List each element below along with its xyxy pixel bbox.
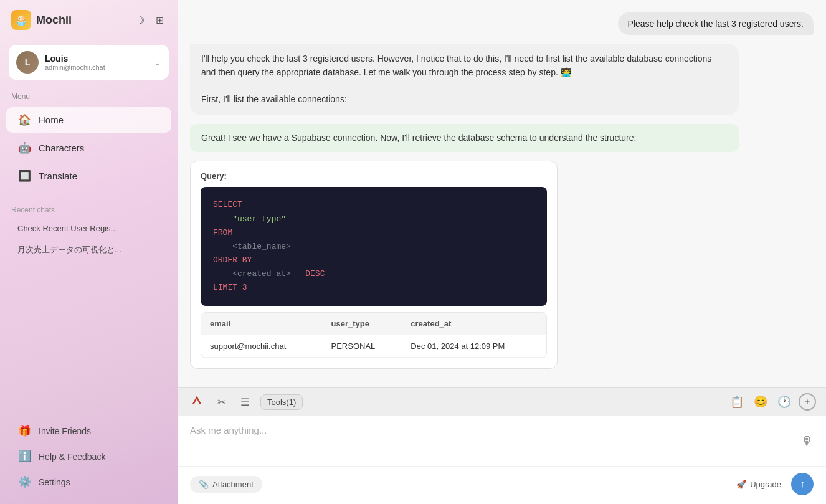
menu-label: Menu [0, 90, 178, 106]
sidebar-item-settings[interactable]: ⚙️ Settings [6, 470, 171, 494]
ai-response-text-3: Great! I see we have a Supabase connecti… [201, 133, 636, 143]
cell-user-type: PERSONAL [322, 335, 402, 358]
result-table: email user_type created_at support@mochi… [201, 312, 547, 358]
col-header-email: email [201, 313, 322, 335]
scissors-button[interactable]: ✂ [214, 394, 229, 411]
user-name: Louis [45, 54, 105, 64]
upgrade-label: Upgrade [750, 480, 781, 489]
cell-email: support@mochii.chat [201, 335, 322, 358]
sidebar-item-invite[interactable]: 🎁 Invite Friends [6, 419, 171, 443]
list-button[interactable]: ☰ [237, 394, 253, 411]
ai-response-text-2: First, I'll list the available connectio… [201, 94, 347, 104]
col-header-created-at: created_at [402, 313, 546, 335]
ai-response-text-1: I'll help you check the last 3 registere… [201, 54, 711, 77]
toolbar-left: ✂ ☰ Tools(1) [188, 392, 303, 411]
ai-message-1: I'll help you check the last 3 registere… [190, 44, 739, 115]
input-toolbar: ✂ ☰ Tools(1) 📋 😊 🕐 ＋ [178, 387, 826, 416]
theme-toggle-button[interactable]: ☽ [133, 12, 147, 29]
input-area[interactable]: Ask me anything... 🎙 [178, 416, 826, 466]
help-label: Help & Feedback [39, 452, 105, 462]
characters-icon: 🤖 [17, 141, 31, 155]
right-actions: 🚀 Upgrade ↑ [736, 473, 814, 495]
code-block: SELECT "user_type" FROM <table_name> ORD… [201, 187, 547, 306]
main-content: Please help check the last 3 registered … [178, 0, 826, 504]
query-label: Query: [201, 171, 547, 181]
toolbar-right: 📋 😊 🕐 ＋ [728, 392, 816, 411]
history-button[interactable]: 🕐 [775, 392, 794, 411]
sidebar-item-translate[interactable]: 🔲 Translate [6, 163, 171, 189]
attachment-button[interactable]: 📎 Attachment [190, 476, 262, 493]
sidebar-item-help[interactable]: ℹ️ Help & Feedback [6, 444, 171, 468]
user-email: admin@mochii.chat [45, 64, 105, 71]
sidebar-header: 🧁 Mochii ☽ ⊞ [0, 0, 178, 40]
query-container: Query: SELECT "user_type" FROM <table_na… [190, 161, 558, 369]
anthropic-icon [191, 395, 202, 406]
grid-view-button[interactable]: ⊞ [153, 12, 166, 29]
microphone-button[interactable]: 🎙 [801, 434, 814, 449]
tools-badge[interactable]: Tools(1) [260, 394, 303, 410]
send-icon: ↑ [800, 478, 805, 490]
sidebar-item-home-label: Home [39, 115, 64, 125]
input-bottom-bar: 📎 Attachment 🚀 Upgrade ↑ [178, 466, 826, 504]
info-icon: ℹ️ [17, 450, 31, 463]
logo-area: 🧁 Mochii [11, 10, 72, 30]
col-header-user-type: user_type [322, 313, 402, 335]
app-name: Mochii [36, 14, 72, 27]
settings-label: Settings [39, 477, 70, 487]
recent-chat-item-1[interactable]: Check Recent User Regis... [6, 219, 171, 238]
copy-button[interactable]: 📋 [728, 392, 746, 411]
input-placeholder: Ask me anything... [190, 425, 814, 435]
invite-label: Invite Friends [39, 426, 91, 436]
home-icon: 🏠 [17, 113, 31, 126]
gift-icon: 🎁 [17, 424, 31, 437]
translate-icon: 🔲 [17, 169, 31, 183]
sidebar-item-characters-label: Characters [39, 143, 84, 153]
sidebar-item-characters[interactable]: 🤖 Characters [6, 135, 171, 161]
chat-area: Please help check the last 3 registered … [178, 0, 826, 387]
anthropic-button[interactable] [188, 392, 206, 411]
user-message: Please help check the last 3 registered … [618, 12, 814, 35]
sidebar-item-translate-label: Translate [39, 171, 77, 181]
emoji-button[interactable]: 😊 [751, 392, 770, 411]
ai-message-2: Great! I see we have a Supabase connecti… [190, 124, 739, 153]
recent-chats-label: Recent chats [0, 201, 178, 218]
chevron-down-icon: ⌄ [154, 57, 161, 67]
gear-icon: ⚙️ [17, 475, 31, 488]
add-button[interactable]: ＋ [799, 393, 816, 411]
user-card[interactable]: L Louis admin@mochii.chat ⌄ [9, 45, 169, 80]
send-button[interactable]: ↑ [791, 473, 814, 495]
header-icons: ☽ ⊞ [133, 12, 166, 29]
table-row: support@mochii.chat PERSONAL Dec 01, 202… [201, 335, 546, 358]
cell-created-at: Dec 01, 2024 at 12:09 PM [402, 335, 546, 358]
attachment-label: Attachment [212, 480, 254, 489]
rocket-icon: 🚀 [736, 480, 746, 489]
sidebar: 🧁 Mochii ☽ ⊞ L Louis admin@mochii.chat ⌄… [0, 0, 178, 504]
paperclip-icon: 📎 [199, 480, 209, 489]
logo-icon: 🧁 [11, 10, 31, 30]
user-info: L Louis admin@mochii.chat [16, 51, 105, 74]
sidebar-bottom: 🎁 Invite Friends ℹ️ Help & Feedback ⚙️ S… [0, 411, 178, 504]
avatar: L [16, 51, 39, 74]
recent-chat-item-2[interactable]: 月次売上データの可視化と... [6, 239, 171, 260]
upgrade-button[interactable]: 🚀 Upgrade [736, 480, 781, 489]
sidebar-item-home[interactable]: 🏠 Home [6, 107, 171, 133]
